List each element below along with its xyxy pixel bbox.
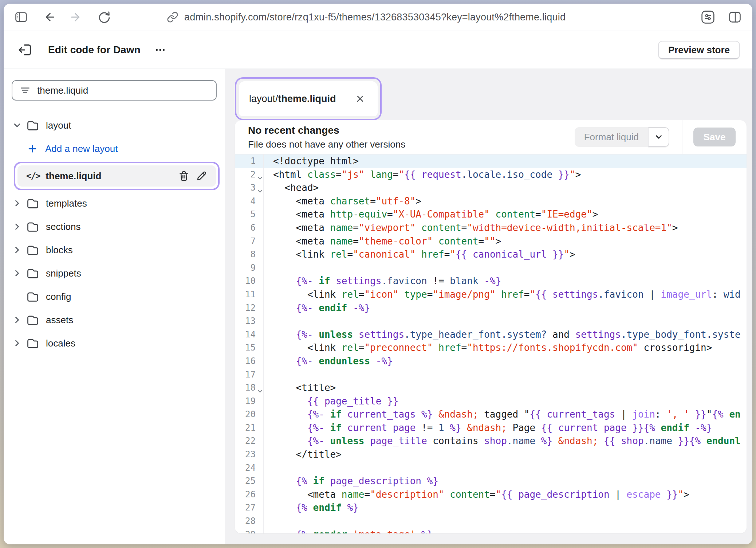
line-number[interactable]: 17	[235, 368, 264, 381]
tree-chevron[interactable]	[11, 222, 23, 232]
format-liquid-button[interactable]: Format liquid	[575, 127, 648, 147]
code-line-10[interactable]: 10 {%- if settings.favicon != blank -%}	[235, 274, 747, 288]
code-line-4[interactable]: 4 <meta charset="utf-8">	[235, 195, 747, 208]
line-number[interactable]: 5	[235, 208, 264, 221]
sidebar-item-assets[interactable]: assets	[4, 308, 225, 332]
tab-close-button[interactable]	[353, 91, 367, 106]
line-number[interactable]: 6	[235, 221, 264, 235]
chevron-down-icon	[654, 132, 664, 142]
line-number[interactable]: 11	[235, 288, 264, 301]
tree-chevron[interactable]	[11, 198, 23, 208]
line-number[interactable]: 4	[235, 195, 264, 208]
sidebar-item-templates[interactable]: templates	[4, 192, 225, 215]
code-line-9[interactable]: 9	[235, 261, 747, 275]
tree-chevron[interactable]	[11, 245, 23, 255]
line-number[interactable]: 12	[235, 301, 264, 315]
code-line-2[interactable]: 2<html class="js" lang="{{ request.local…	[235, 168, 747, 181]
line-number[interactable]: 8	[235, 248, 264, 261]
code-line-28[interactable]: 28	[235, 514, 747, 528]
code-line-13[interactable]: 13	[235, 314, 747, 328]
more-actions-button[interactable]	[151, 41, 169, 59]
code-line-1[interactable]: 1<!doctype html>	[235, 154, 747, 168]
line-number[interactable]: 16	[235, 355, 264, 368]
tree-chevron[interactable]	[11, 268, 23, 278]
sidebar-action-add-a-new-layout[interactable]: Add a new layout	[4, 137, 225, 160]
code-line-17[interactable]: 17	[235, 368, 747, 381]
code-line-22[interactable]: 22 {%- unless page_title contains shop.n…	[235, 434, 747, 448]
code-line-27[interactable]: 27 {% endif %}	[235, 501, 747, 514]
back-button[interactable]	[41, 9, 57, 25]
format-liquid-caret-button[interactable]	[648, 127, 669, 147]
code-line-23[interactable]: 23 </title>	[235, 448, 747, 461]
code-line-8[interactable]: 8 <link rel="canonical" href="{{ canonic…	[235, 248, 747, 261]
code-line-29[interactable]: 29 {% render 'meta-tags' %}	[235, 528, 747, 533]
line-number[interactable]: 21	[235, 421, 264, 435]
line-number[interactable]: 15	[235, 341, 264, 355]
code-editor[interactable]: 1<!doctype html>2<html class="js" lang="…	[235, 154, 747, 533]
code-line-16[interactable]: 16 {%- endunless -%}	[235, 355, 747, 368]
code-line-5[interactable]: 5 <meta http-equiv="X-UA-Compatible" con…	[235, 208, 747, 221]
split-view-button[interactable]	[727, 9, 743, 25]
file-search-input[interactable]: theme.liquid	[12, 80, 217, 101]
tree-chevron[interactable]	[11, 120, 23, 130]
exit-editor-button[interactable]	[16, 40, 35, 59]
reload-button[interactable]	[96, 9, 112, 25]
line-number[interactable]: 1	[235, 154, 264, 168]
sidebar-item-sections[interactable]: sections	[4, 215, 225, 238]
code-line-18[interactable]: 18 <title>	[235, 381, 747, 395]
status-subtitle: File does not have any other versions	[248, 139, 575, 150]
sidebar-toggle-button[interactable]	[13, 9, 29, 25]
rename-file-button[interactable]	[193, 167, 210, 185]
tree-chevron[interactable]	[11, 315, 23, 325]
sidebar-item-theme-liquid[interactable]: </>theme.liquid	[17, 165, 216, 187]
sidebar-item-locales[interactable]: locales	[4, 332, 225, 355]
code-line-26[interactable]: 26 <meta name="description" content="{{ …	[235, 488, 747, 501]
line-number[interactable]: 10	[235, 274, 264, 288]
line-number[interactable]: 3	[235, 181, 264, 195]
save-button[interactable]: Save	[693, 128, 736, 146]
line-number[interactable]: 29	[235, 528, 264, 533]
line-number[interactable]: 22	[235, 434, 264, 448]
line-number[interactable]: 25	[235, 474, 264, 488]
sidebar-item-config[interactable]: config	[4, 285, 225, 308]
line-number[interactable]: 28	[235, 514, 264, 528]
code-line-6[interactable]: 6 <meta name="viewport" content="width=d…	[235, 221, 747, 235]
line-number[interactable]: 20	[235, 408, 264, 421]
code-line-11[interactable]: 11 <link rel="icon" type="image/png" hre…	[235, 288, 747, 301]
sidebar-item-layout[interactable]: layout	[4, 114, 225, 137]
code-card-header: No recent changes File does not have any…	[235, 120, 747, 154]
code-line-3[interactable]: 3 <head>	[235, 181, 747, 195]
tab-theme-liquid[interactable]: layout/theme.liquid	[239, 81, 378, 116]
code-line-15[interactable]: 15 <link rel="preconnect" href="https://…	[235, 341, 747, 355]
exit-icon	[17, 42, 34, 58]
code-line-25[interactable]: 25 {% if page_description %}	[235, 474, 747, 488]
line-number[interactable]: 24	[235, 461, 264, 475]
tree-chevron[interactable]	[11, 338, 23, 348]
sidebar-item-blocks[interactable]: blocks	[4, 238, 225, 262]
line-number[interactable]: 23	[235, 448, 264, 461]
line-number[interactable]: 18	[235, 381, 264, 395]
file-label: theme.liquid	[46, 171, 175, 182]
line-number[interactable]: 13	[235, 314, 264, 328]
delete-file-button[interactable]	[175, 167, 193, 185]
sidebar-item-snippets[interactable]: snippets	[4, 262, 225, 285]
line-number[interactable]: 26	[235, 488, 264, 501]
code-line-21[interactable]: 21 {%- if current_page != 1 %} &ndash; P…	[235, 421, 747, 435]
code-line-19[interactable]: 19 {{ page_title }}	[235, 395, 747, 408]
line-number[interactable]: 19	[235, 395, 264, 408]
code-line-20[interactable]: 20 {%- if current_tags %} &ndash; tagged…	[235, 408, 747, 421]
preview-store-button[interactable]: Preview store	[658, 41, 740, 59]
code-line-12[interactable]: 12 {%- endif -%}	[235, 301, 747, 315]
line-number[interactable]: 14	[235, 328, 264, 341]
line-number[interactable]: 2	[235, 168, 264, 181]
line-number[interactable]: 27	[235, 501, 264, 514]
rename-icon	[195, 170, 208, 182]
code-line-14[interactable]: 14 {%- unless settings.type_header_font.…	[235, 328, 747, 341]
line-number[interactable]: 7	[235, 235, 264, 248]
forward-button[interactable]	[68, 9, 84, 25]
browser-settings-button[interactable]	[700, 9, 716, 25]
code-line-7[interactable]: 7 <meta name="theme-color" content="">	[235, 235, 747, 248]
line-number[interactable]: 9	[235, 261, 264, 275]
address-bar[interactable]: admin.shopify.com/store/rzq1xu-f5/themes…	[112, 11, 700, 23]
code-line-24[interactable]: 24	[235, 461, 747, 475]
